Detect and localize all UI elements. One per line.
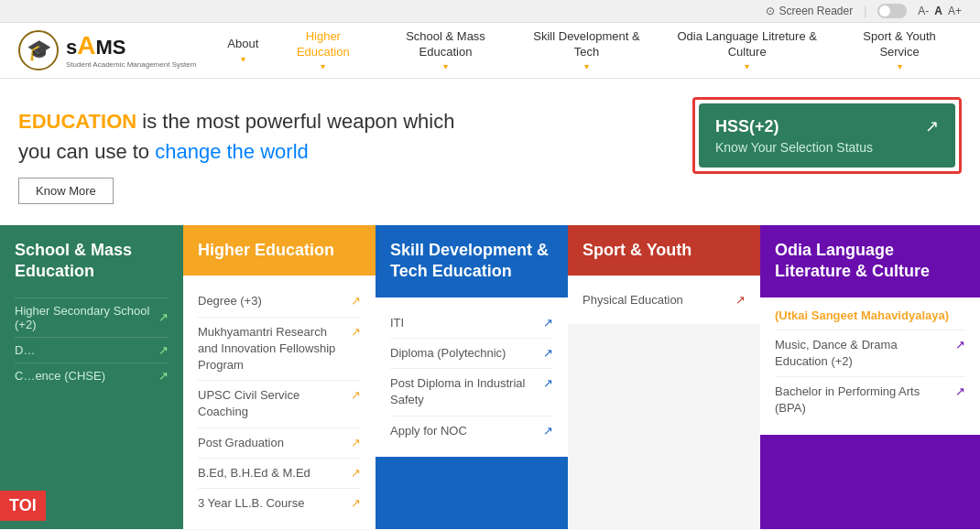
he-mukhya-label: Mukhyamantri Research and Innovation Fel… — [198, 324, 347, 374]
he-item-upsc[interactable]: UPSC Civil Service Coaching ↗ — [198, 380, 361, 427]
skill-item-diploma[interactable]: Diploma (Polytechnic) ↗ — [390, 338, 553, 368]
odia-item-music[interactable]: Music, Dance & Drama Education (+2) ↗ — [775, 330, 965, 376]
he-llb-arrow: ↗ — [351, 495, 361, 512]
nav-higher-education[interactable]: Higher Education ▾ — [271, 23, 375, 78]
he-upsc-arrow: ↗ — [351, 387, 361, 404]
skill-noc-label: Apply for NOC — [390, 423, 467, 439]
skill-diploma-arrow: ↗ — [543, 345, 553, 362]
font-normal[interactable]: A — [934, 5, 942, 17]
nav-school-arrow: ▾ — [443, 61, 448, 71]
logo-circle: 🎓 — [18, 30, 59, 70]
skill-noc-arrow: ↗ — [543, 423, 553, 439]
skill-item-postdiploma[interactable]: Post Diploma in Industrial Safety ↗ — [390, 368, 553, 415]
logo-text-group: sAMS Student Academic Management System — [66, 31, 196, 70]
he-degree-label: Degree (+3) — [198, 293, 262, 309]
he-pg-label: Post Graduation — [198, 435, 284, 451]
nav-sport-label: Sport & Youth Service — [850, 29, 949, 60]
odia-music-arrow: ↗ — [955, 337, 965, 353]
odia-bpa-label: Bachelor in Performing Arts (BPA) — [775, 384, 952, 416]
sport-header: Sport & Youth — [568, 225, 760, 276]
nav-odia-arrow: ▾ — [745, 61, 749, 71]
nav-odia[interactable]: Odia Language Litreture & Culture ▾ — [657, 23, 837, 78]
hss-arrow-icon: ↗ — [925, 116, 939, 136]
logo-brand: sAMS — [66, 31, 196, 60]
skill-item-noc[interactable]: Apply for NOC ↗ — [390, 416, 553, 446]
he-item-degree[interactable]: Degree (+3) ↗ — [198, 287, 361, 316]
he-item-pg[interactable]: Post Graduation ↗ — [198, 427, 361, 458]
hero-highlight: change the world — [155, 140, 309, 163]
higher-ed-items: Degree (+3) ↗ Mukhyamantri Research and … — [183, 276, 376, 529]
school-item-hss[interactable]: Higher Secondary School (+2) ↗ — [15, 297, 169, 337]
school-chse-label: C…ence (CHSE) — [15, 369, 105, 383]
hero-section: EDUCATION is the most powerful weapon wh… — [0, 79, 980, 225]
font-increase[interactable]: A+ — [948, 5, 962, 17]
hero-education-word: EDUCATION — [18, 110, 136, 133]
odia-bpa-arrow: ↗ — [955, 384, 965, 400]
nav-about[interactable]: About ▾ — [214, 23, 271, 78]
odia-panel: Odia Language Literature & Culture (Utka… — [760, 225, 980, 529]
screen-reader-icon: ⊙ — [766, 5, 775, 17]
hss-card-top: HSS(+2) ↗ — [715, 116, 939, 136]
nav-school-label: School & Mass Education — [387, 29, 503, 60]
screen-reader-label: ⊙ Screen Reader — [766, 5, 853, 17]
nav-items: About ▾ Higher Education ▾ School & Mass… — [214, 23, 962, 78]
odia-music-label: Music, Dance & Drama Education (+2) — [775, 337, 952, 370]
he-degree-arrow: ↗ — [351, 293, 361, 309]
know-more-button[interactable]: Know More — [18, 178, 114, 204]
divider-bar: | — [864, 5, 866, 17]
odia-header: Odia Language Literature & Culture — [760, 225, 980, 297]
nav-higher-ed-arrow: ▾ — [321, 61, 325, 71]
school-d-label: D… — [15, 343, 35, 357]
nav-school-mass[interactable]: School & Mass Education ▾ — [375, 23, 516, 78]
logo-area: 🎓 sAMS Student Academic Management Syste… — [18, 30, 196, 70]
sport-pe-arrow: ↗ — [735, 293, 746, 307]
nav-skill-dev[interactable]: Skill Development & Tech ▾ — [517, 23, 658, 78]
screen-reader-toggle[interactable] — [877, 4, 907, 18]
sport-items: Physical Education ↗ — [568, 276, 760, 324]
skill-diploma-label: Diploma (Polytechnic) — [390, 345, 506, 362]
skill-postdiploma-label: Post Diploma in Industrial Safety — [390, 375, 539, 408]
nav-about-label: About — [227, 37, 258, 52]
odia-items: (Utkai Sangeet Mahavidyalaya) Music, Dan… — [760, 297, 980, 435]
toi-badge[interactable]: TOI — [0, 491, 46, 521]
he-item-bed[interactable]: B.Ed, B.H.Ed & M.Ed ↗ — [198, 458, 361, 488]
he-mukhya-arrow: ↗ — [351, 324, 361, 341]
nav-higher-ed-label: Higher Education — [284, 29, 362, 60]
he-bed-arrow: ↗ — [351, 465, 361, 481]
he-item-llb[interactable]: 3 Year LL.B. Course ↗ — [198, 488, 361, 518]
dropdown-area: School & Mass Education Higher Secondary… — [0, 225, 980, 529]
navbar: 🎓 sAMS Student Academic Management Syste… — [0, 23, 980, 79]
he-upsc-label: UPSC Civil Service Coaching — [198, 387, 347, 420]
he-llb-label: 3 Year LL.B. Course — [198, 495, 304, 512]
skill-header: Skill Development & Tech Education — [376, 225, 568, 297]
logo-subtitle: Student Academic Management System — [66, 60, 196, 70]
font-decrease[interactable]: A- — [918, 5, 929, 17]
sport-item-pe[interactable]: Physical Education ↗ — [583, 287, 746, 313]
school-item-d[interactable]: D… ↗ — [15, 337, 169, 362]
higher-ed-header: Higher Education — [183, 225, 376, 276]
hss-card[interactable]: HSS(+2) ↗ Know Your Selection Status — [699, 103, 955, 168]
nav-skill-arrow: ▾ — [584, 61, 589, 71]
skill-item-iti[interactable]: ITI ↗ — [390, 308, 553, 338]
school-chse-arrow: ↗ — [158, 369, 169, 383]
school-d-arrow: ↗ — [158, 343, 169, 357]
skill-items: ITI ↗ Diploma (Polytechnic) ↗ Post Diplo… — [376, 297, 568, 457]
school-hss-label: Higher Secondary School (+2) — [15, 304, 158, 331]
sport-panel: Sport & Youth Physical Education ↗ — [568, 225, 760, 529]
nav-sport-arrow: ▾ — [898, 61, 902, 71]
he-item-mukhya[interactable]: Mukhyamantri Research and Innovation Fel… — [198, 317, 361, 381]
he-pg-arrow: ↗ — [351, 435, 361, 451]
hss-title: HSS(+2) — [715, 117, 779, 136]
nav-sport[interactable]: Sport & Youth Service ▾ — [837, 23, 962, 78]
school-sidebar-title: School & Mass Education — [15, 240, 169, 283]
school-item-chse[interactable]: C…ence (CHSE) ↗ — [15, 362, 169, 388]
nav-about-arrow: ▾ — [241, 54, 245, 64]
sport-pe-label: Physical Education — [583, 293, 683, 307]
nav-odia-label: Odia Language Litreture & Culture — [670, 29, 824, 60]
skill-iti-label: ITI — [390, 315, 404, 331]
school-hss-arrow: ↗ — [158, 310, 169, 324]
skill-iti-arrow: ↗ — [543, 315, 553, 331]
odia-item-bpa[interactable]: Bachelor in Performing Arts (BPA) ↗ — [775, 376, 965, 423]
skill-panel: Skill Development & Tech Education ITI ↗… — [376, 225, 568, 529]
he-bed-label: B.Ed, B.H.Ed & M.Ed — [198, 465, 310, 481]
